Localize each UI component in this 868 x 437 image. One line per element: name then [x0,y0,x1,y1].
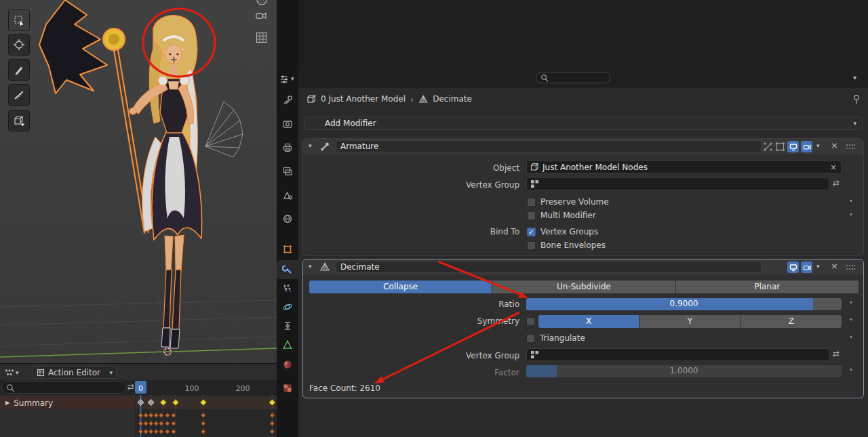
tool-cursor-button[interactable] [8,34,30,56]
add-modifier-button[interactable]: Add Modifier ▾ [304,117,863,130]
tool-add-cube-button[interactable] [8,110,30,131]
mode-planar-button[interactable]: Planar [676,280,859,293]
close-modifier-button[interactable]: × [831,140,838,150]
ratio-slider[interactable]: 0.9000 [526,298,842,310]
action-mode-dropdown[interactable]: Action Editor ▾ [33,366,117,379]
factor-value: 1.0000 [526,366,842,375]
channel-search-input[interactable] [1,381,126,394]
vertex-group-icon [530,180,539,188]
tab-output[interactable] [277,138,298,157]
bind-bone-envelopes-label: Bone Envelopes [540,241,606,250]
clear-object-button[interactable]: × [830,163,837,172]
properties-editor-type-dropdown[interactable]: ▾ [279,72,298,84]
tab-world[interactable] [277,209,298,228]
edit-mode-toggle-icon[interactable] [775,142,785,152]
tab-constraints[interactable] [277,316,298,335]
tab-particles[interactable] [277,279,298,298]
decimate-vertex-group-field[interactable] [526,348,829,361]
mode-collapse-button[interactable]: Collapse [309,280,492,293]
collapse-chevron-icon[interactable]: ▾ [309,142,312,149]
expand-triangle-icon[interactable]: ▶ [5,400,9,406]
animate-dot-icon[interactable]: • [849,211,853,218]
world-icon [282,213,293,224]
axis-x-button[interactable]: X [538,315,639,328]
close-modifier-button[interactable]: × [831,261,838,271]
show-viewport-toggle[interactable] [787,262,799,273]
animate-dot-icon[interactable]: • [849,366,853,373]
extras-dropdown-icon[interactable]: ▾ [816,263,820,270]
vertex-group-icon [530,350,539,359]
tab-modifiers[interactable] [277,260,298,279]
axis-z-button[interactable]: Z [741,315,842,328]
show-render-toggle[interactable] [801,141,812,152]
invert-vertex-group-button[interactable]: ⇄ [833,349,840,358]
animate-dot-icon[interactable]: • [849,197,853,205]
tab-texture[interactable] [277,379,298,398]
tab-view-layer[interactable] [277,162,298,181]
search-icon [540,74,549,82]
viewport-3d[interactable] [0,0,277,363]
add-cube-icon [13,115,25,127]
armature-name-field[interactable]: Armature [336,140,762,152]
channel-summary-row[interactable]: ▶ Summary [0,396,135,409]
tab-tool[interactable] [277,91,298,110]
drag-handle-icon[interactable] [846,144,855,150]
editor-type-dropdown[interactable]: ▾ [4,367,28,378]
tab-object-data[interactable] [277,335,298,354]
armature-vertex-group-field[interactable] [526,178,829,190]
tab-render[interactable] [277,115,298,133]
current-frame-value: 0 [138,384,143,393]
drag-handle-icon[interactable] [846,264,855,271]
chevron-down-icon: ▾ [853,120,856,127]
collapse-chevron-icon[interactable]: ▾ [309,263,312,270]
multi-modifier-checkbox[interactable] [527,211,536,220]
action-editor: ▾ Action Editor ▾ View Select Marker Cha… [0,363,277,437]
tab-physics[interactable] [277,297,298,316]
gizmo-zoom-button[interactable] [255,0,269,7]
breadcrumb-modifier[interactable]: Decimate [433,94,472,104]
breadcrumb-separator-icon: › [410,94,414,104]
search-icon [6,383,15,392]
bind-bone-envelopes-checkbox[interactable] [527,241,536,250]
invert-vertex-group-button[interactable]: ⇄ [833,178,840,188]
dopesheet-keys-svg[interactable] [136,395,277,437]
tool-box-select-button[interactable] [8,9,30,31]
axis-y-button[interactable]: Y [639,315,740,328]
show-render-toggle[interactable] [801,262,812,273]
show-viewport-toggle[interactable] [787,141,799,152]
ruler-tick-100: 100 [183,384,201,393]
tab-material[interactable] [277,355,298,374]
blender-window: ▾ Action Editor ▾ View Select Marker Cha… [0,0,868,437]
filter-invert-button[interactable]: ⇄ [127,382,134,392]
properties-search-input[interactable] [536,72,610,83]
preserve-volume-checkbox[interactable] [527,198,536,207]
animate-dot-icon[interactable]: • [849,299,853,306]
animate-dot-icon[interactable]: • [849,333,853,341]
bind-vertex-groups-checkbox[interactable]: ✓ [527,228,536,236]
armature-object-field[interactable]: Just Another Model Nodes × [526,161,842,173]
decimate-name-field[interactable]: Decimate [336,261,762,273]
gizmo-orthographic-button[interactable] [255,31,269,45]
extras-dropdown-icon[interactable]: ▾ [816,142,820,149]
tool-annotate-button[interactable] [8,59,30,81]
symmetry-label: Symmetry [367,316,519,326]
particles-icon [282,283,293,294]
on-cage-toggle-icon[interactable] [763,142,773,152]
tool-icon [282,95,293,106]
chevron-down-icon: ▾ [291,75,294,82]
factor-slider[interactable]: 1.0000 [526,365,842,377]
multi-modifier-label: Multi Modifier [540,211,596,220]
tab-scene[interactable] [277,186,298,205]
gizmo-camera-button[interactable] [255,9,269,23]
mode-unsubdivide-button[interactable]: Un-Subdivide [492,280,675,293]
pin-icon[interactable] [852,94,861,105]
monitor-icon [789,143,797,151]
symmetry-checkbox[interactable] [526,317,535,326]
current-frame-indicator[interactable]: 0 [135,381,146,394]
triangulate-checkbox[interactable] [526,334,535,343]
properties-filter-dropdown[interactable]: ▾ [853,74,856,81]
animate-dot-icon[interactable]: • [849,316,853,323]
breadcrumb-object[interactable]: 0 Just Another Model [321,94,406,104]
tab-object[interactable] [277,240,298,259]
tool-measure-button[interactable] [8,84,30,106]
